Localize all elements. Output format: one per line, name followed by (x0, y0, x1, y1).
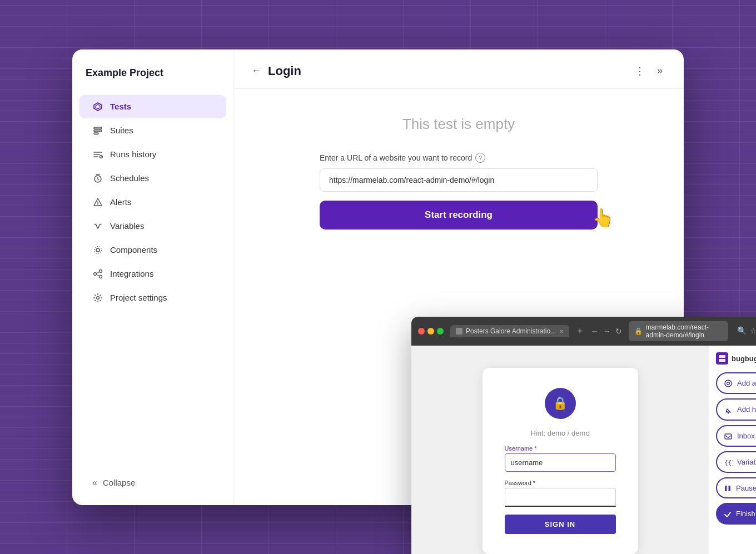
chevron-left-icon: « (92, 478, 97, 488)
finish-and-close-button[interactable]: Finish and close (716, 503, 756, 524)
finish-and-close-icon (724, 509, 732, 518)
sidebar-item-components[interactable]: Components (79, 238, 226, 262)
browser-window-controls (418, 328, 444, 335)
browser-back-button[interactable]: ← (591, 327, 599, 336)
tests-icon (92, 101, 103, 112)
sign-in-button[interactable]: SIGN IN (505, 515, 616, 534)
login-area: 🔒 Hint: demo / demo Username * Password … (411, 346, 709, 554)
zoom-icon[interactable]: 🔍 (737, 326, 747, 337)
new-tab-button[interactable]: + (574, 326, 586, 337)
lock-icon-circle: 🔒 (545, 388, 576, 419)
tab-favicon (456, 328, 462, 335)
bugbug-logo-icon (716, 352, 728, 365)
svg-rect-24 (729, 486, 731, 491)
project-settings-icon (92, 292, 103, 303)
collapse-button[interactable]: « Collapse (79, 472, 226, 494)
username-field: Username * (505, 445, 616, 472)
url-section: Enter a URL of a website you want to rec… (320, 153, 598, 229)
svg-point-9 (96, 248, 100, 252)
more-options-button[interactable]: ⋮ (631, 63, 648, 79)
add-assert-icon (724, 378, 733, 388)
sidebar-item-alerts[interactable]: Alerts (79, 191, 226, 214)
login-card: 🔒 Hint: demo / demo Username * Password … (483, 368, 638, 554)
svg-point-11 (94, 272, 97, 275)
collapse-label: Collapse (103, 478, 135, 487)
header-actions: ⋮ » (631, 63, 666, 79)
svg-point-8 (97, 204, 98, 205)
sidebar-item-suites[interactable]: Suites (79, 119, 226, 142)
svg-point-10 (94, 246, 102, 253)
sidebar-item-runs-history[interactable]: Runs history (79, 143, 226, 166)
sidebar-nav: Tests Suites (72, 94, 233, 310)
username-input[interactable] (505, 453, 616, 472)
browser-refresh-button[interactable]: ↻ (615, 327, 622, 336)
sidebar-item-integrations[interactable]: Integrations (79, 262, 226, 286)
suites-icon (92, 125, 103, 136)
bugbug-panel: bugbug REC Add assert (709, 346, 756, 554)
window-close-dot[interactable] (418, 328, 425, 335)
window-minimize-dot[interactable] (427, 328, 434, 335)
svg-line-15 (97, 274, 100, 276)
password-input[interactable] (505, 488, 616, 507)
browser-tab[interactable]: Posters Galore Administratio... ✕ (450, 325, 569, 337)
sidebar: Example Project Tests (72, 49, 233, 505)
hint-text: Hint: demo / demo (530, 429, 589, 437)
browser-address-bar[interactable]: 🔒 marmelab.com/react-admin-demo/#/login (629, 321, 729, 341)
svg-rect-2 (94, 127, 102, 129)
add-assert-label: Add assert (737, 379, 756, 387)
sidebar-item-integrations-label: Integrations (110, 269, 153, 278)
tab-title: Posters Galore Administratio... (466, 327, 556, 335)
runs-history-icon (92, 149, 103, 160)
password-field: Password * (505, 480, 616, 507)
address-text: marmelab.com/react-admin-demo/#/login (646, 323, 723, 339)
browser-toolbar: Posters Galore Administratio... ✕ + ← → … (411, 317, 756, 346)
star-icon[interactable]: ☆ (750, 326, 756, 337)
sidebar-item-tests[interactable]: Tests (79, 95, 226, 118)
sidebar-item-components-label: Components (110, 245, 157, 254)
help-icon[interactable]: ? (475, 153, 485, 163)
svg-rect-3 (94, 130, 102, 132)
svg-line-14 (97, 272, 100, 273)
svg-text:{{}}: {{}} (724, 459, 733, 466)
collapse-panel-button[interactable]: » (654, 63, 666, 79)
sidebar-item-tests-label: Tests (110, 102, 131, 111)
sidebar-item-project-settings[interactable]: Project settings (79, 286, 226, 310)
start-recording-button[interactable]: Start recording (320, 201, 598, 229)
sidebar-item-variables[interactable]: Variables (79, 214, 226, 238)
tab-close-button[interactable]: ✕ (559, 328, 564, 335)
sidebar-item-project-settings-label: Project settings (110, 293, 167, 302)
variables-panel-button[interactable]: {{}} Variables (716, 451, 756, 473)
add-hover-button[interactable]: Add hover (716, 398, 756, 420)
browser-forward-button[interactable]: → (603, 327, 611, 336)
browser-overlay: Posters Galore Administratio... ✕ + ← → … (411, 317, 756, 554)
back-button[interactable]: ← (251, 65, 261, 77)
components-icon (92, 244, 103, 256)
inbox-label: Inbox (737, 432, 755, 440)
inbox-icon (724, 431, 733, 441)
url-input[interactable] (320, 168, 598, 192)
add-hover-label: Add hover (737, 405, 756, 413)
svg-point-13 (100, 275, 102, 278)
svg-rect-18 (719, 359, 725, 362)
page-title: Login (268, 64, 301, 78)
bugbug-name: bugbug (732, 355, 756, 363)
window-maximize-dot[interactable] (437, 328, 444, 335)
svg-rect-21 (725, 434, 732, 439)
variables-icon (92, 221, 103, 232)
add-assert-button[interactable]: Add assert (716, 372, 756, 394)
pause-recording-icon (724, 483, 732, 492)
browser-nav-icons: ← → ↻ (591, 327, 622, 336)
pause-recording-button[interactable]: Pause recording (716, 477, 756, 498)
integrations-icon (92, 268, 103, 280)
inbox-button[interactable]: Inbox (716, 425, 756, 447)
variables-panel-label: Variables (737, 458, 756, 466)
sidebar-bottom: « Collapse (72, 472, 233, 494)
bugbug-header: bugbug REC (716, 352, 756, 365)
svg-rect-17 (719, 355, 725, 358)
svg-point-20 (727, 382, 730, 385)
bugbug-logo: bugbug (716, 352, 756, 365)
project-title: Example Project (72, 67, 233, 94)
variables-panel-icon: {{}} (724, 457, 733, 467)
content-header: ← Login ⋮ » (233, 49, 684, 89)
sidebar-item-schedules[interactable]: Schedules (79, 167, 226, 190)
